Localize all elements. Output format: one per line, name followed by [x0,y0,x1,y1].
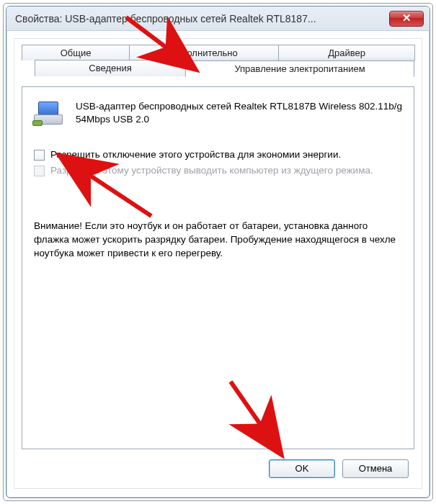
tab-power-management[interactable]: Управление электропитанием [185,60,414,77]
properties-dialog: Свойства: USB-адаптер беспроводных сетей… [6,6,430,498]
tab-general[interactable]: Общие [22,45,130,60]
close-button[interactable]: ✕ [389,11,424,27]
close-icon: ✕ [402,12,411,24]
tab-page-power: USB-адаптер беспроводных сетей Realtek R… [22,86,414,449]
tab-advanced[interactable]: Дополнительно [129,45,279,60]
checkbox-allow-wake [34,166,45,176]
checkbox-allow-power-off-row[interactable]: Разрешить отключение этого устройства дл… [34,149,402,161]
dialog-button-bar: OK Отмена [269,459,409,478]
title-bar[interactable]: Свойства: USB-адаптер беспроводных сетей… [6,6,430,31]
ok-button[interactable]: OK [269,459,335,478]
device-icon [34,100,66,129]
device-name: USB-адаптер беспроводных сетей Realtek R… [76,100,402,126]
tab-driver[interactable]: Драйвер [278,45,415,60]
tab-strip: Общие Дополнительно Драйвер Сведения Упр… [22,45,414,88]
warning-text: Внимание! Если это ноутбук и он работает… [34,220,402,261]
checkbox-allow-wake-row: Разрешить этому устройству выводить комп… [34,165,402,176]
client-area: Общие Дополнительно Драйвер Сведения Упр… [14,38,422,489]
checkbox-allow-power-off-label: Разрешить отключение этого устройства дл… [50,149,341,160]
tab-details[interactable]: Сведения [35,60,186,76]
checkbox-allow-power-off[interactable] [34,150,45,161]
window-title: Свойства: USB-адаптер беспроводных сетей… [15,13,389,24]
checkbox-allow-wake-label: Разрешить этому устройству выводить комп… [50,165,373,176]
cancel-button[interactable]: Отмена [342,459,409,478]
